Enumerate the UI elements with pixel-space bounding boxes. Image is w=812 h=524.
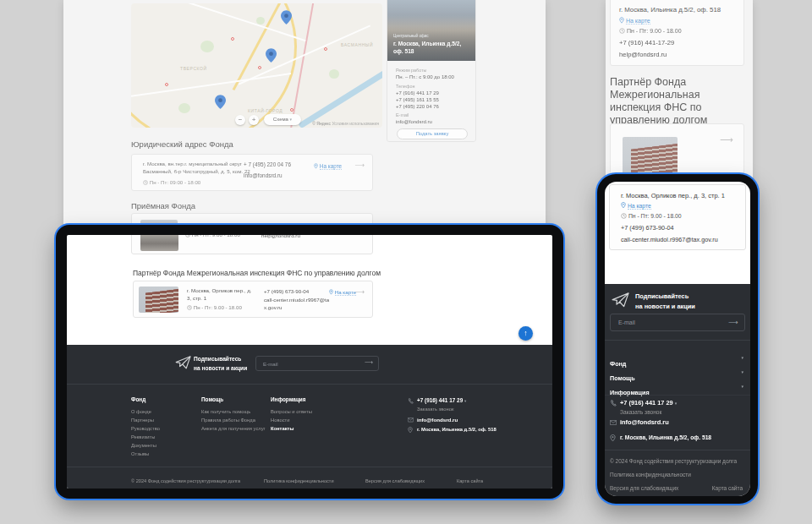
callback-link[interactable]: Заказать звонок: [417, 407, 453, 412]
card-arrow-link[interactable]: ⟶: [355, 161, 365, 169]
footer-link[interactable]: Партнеры: [131, 418, 154, 423]
reception-map-link-row[interactable]: На карте: [619, 17, 650, 24]
footer-divider: [67, 467, 552, 467]
footer-link-active[interactable]: Контакты: [271, 426, 294, 431]
subscribe-submit-arrow[interactable]: ⟶: [365, 359, 373, 366]
map-park: [178, 103, 190, 113]
phone-icon: [408, 398, 414, 404]
map-river: [298, 70, 382, 128]
accordion-item-fund[interactable]: Фонд ▾: [610, 354, 743, 369]
footer-link[interactable]: Новости: [271, 418, 289, 423]
footer-email[interactable]: info@fondsrd.ru: [417, 417, 458, 423]
partner-office-card: г. Москва, Орликов пер., д. 3, стр. 1 На…: [609, 184, 746, 250]
map-zoom-out-button[interactable]: −: [235, 115, 245, 125]
partner-map-link[interactable]: На карте: [628, 203, 651, 210]
legal-address-text: г. Москва, вн.тер.г. муниципальный округ…: [143, 161, 251, 176]
footer-phone[interactable]: +7 (916) 441 17 29 ▾: [620, 399, 677, 407]
footer-email[interactable]: info@fondsrd.ru: [620, 418, 669, 426]
reception-email[interactable]: help@fondsrd.ru: [261, 235, 300, 238]
footer-divider: [67, 384, 552, 385]
legal-map-link[interactable]: На карте: [320, 163, 342, 170]
footer-link[interactable]: О фонде: [131, 409, 151, 414]
pin-icon: [610, 434, 616, 442]
chevron-down-icon: ▾: [741, 369, 743, 374]
legal-email[interactable]: info@fondsrd.ru: [244, 172, 283, 178]
pin-icon: [329, 289, 333, 295]
partner-email[interactable]: call-center.miudol.r9967@tax.gov.ru: [264, 297, 330, 311]
footer-link[interactable]: Правила работы Фонда: [201, 418, 255, 423]
reception-hours-row: Пн - Пт: 9.00 - 18.00: [619, 28, 682, 34]
map-terms-link[interactable]: Условия использования: [332, 121, 380, 126]
footer-phone[interactable]: +7 (916) 441 17 29 ▾: [417, 397, 466, 403]
accessibility-version-link[interactable]: Версия для слабовидящих: [610, 485, 678, 491]
reception-hours: Пн - Пт: 9.00 - 18.00: [192, 235, 240, 237]
office-phone-2[interactable]: +7 (495) 161 15 55: [396, 97, 439, 102]
footer-link[interactable]: Реквизиты: [131, 434, 155, 439]
accordion-item-info[interactable]: Информация ▾: [610, 383, 743, 398]
partner-phone[interactable]: +7 (499) 673-90-04: [621, 224, 674, 232]
envelope-icon: [408, 418, 414, 423]
footer-link[interactable]: Руководство: [131, 426, 160, 431]
subscribe-email-input[interactable]: [610, 314, 745, 331]
subscribe-email-input[interactable]: [255, 356, 379, 371]
reception-map-link[interactable]: На карте: [626, 18, 650, 25]
map-pin-icon[interactable]: [266, 48, 277, 63]
legal-hours: Пн - Пт: 09:00 - 18:00: [150, 179, 201, 185]
map-zoom-in-button[interactable]: +: [249, 115, 259, 125]
map-layer-button[interactable]: Схема ▾: [264, 114, 301, 125]
privacy-policy-link[interactable]: Политика конфиденциальности: [264, 478, 334, 483]
map-copyright[interactable]: © Яндекс: [312, 121, 331, 126]
partner-map-link[interactable]: На карте: [335, 289, 356, 296]
footer-address: г. Москва, Ильинка д.5/2, оф. 518: [417, 427, 497, 432]
office-phone-1[interactable]: +7 (916) 441 17 29: [396, 90, 439, 96]
map-attribution: © Яндекс Условия использования: [312, 121, 379, 126]
card-arrow-link[interactable]: ⟶: [720, 134, 733, 145]
map-metro-station: [290, 108, 294, 112]
clock-icon: [621, 213, 627, 219]
paper-plane-icon: [175, 356, 192, 369]
accordion-item-help[interactable]: Помощь ▾: [610, 368, 743, 384]
sitemap-link[interactable]: Карта сайта: [712, 485, 743, 491]
card-arrow-link[interactable]: ⟶: [355, 288, 365, 296]
scroll-to-top-button[interactable]: ↑: [518, 326, 533, 341]
reception-address: г. Москва, Ильинка д.5/2, оф. 518: [619, 6, 721, 14]
envelope-icon: [610, 420, 617, 425]
partner-hours: Пн - Пт: 9.00 - 18.00: [194, 304, 242, 310]
legal-hours-row: Пн - Пт: 09:00 - 18:00: [143, 179, 200, 185]
map-park: [200, 41, 214, 52]
footer-link[interactable]: Отзывы: [131, 451, 149, 456]
desktop-page-preview: ТВЕРСКОЙ БАСМАННЫЙ КИТАЙ-ГОРОД − + Схема…: [63, 0, 546, 238]
office-hours: Пн. – Пт.: с 9:00 до 18:00: [396, 74, 454, 79]
footer-link[interactable]: Вопросы и ответы: [271, 409, 312, 414]
reception-phone[interactable]: +7 (916) 441-17-29: [619, 39, 674, 46]
partner-map-link-row[interactable]: На карте: [329, 289, 356, 295]
map-pin-icon[interactable]: [281, 10, 292, 25]
partner-phone[interactable]: +7 (499) 673-90-04: [264, 288, 309, 294]
office-phone-3[interactable]: +7 (495) 220 04 76: [396, 104, 439, 109]
partner-hours: Пн - Пт: 9.00 - 18.00: [628, 213, 682, 219]
callback-link[interactable]: Заказать звонок: [620, 409, 661, 415]
map-pin-icon[interactable]: [215, 95, 226, 109]
privacy-policy-link[interactable]: Политика конфиденциальности: [610, 472, 691, 478]
map-layer-label: Схема: [273, 117, 288, 122]
legal-map-link-row[interactable]: На карте: [314, 163, 342, 169]
offices-map[interactable]: ТВЕРСКОЙ БАСМАННЫЙ КИТАЙ-ГОРОД − + Схема…: [131, 3, 382, 128]
legal-phone[interactable]: + 7 (495) 220 04 76: [244, 161, 291, 167]
map-park: [329, 69, 339, 79]
partner-building-photo: [139, 287, 178, 313]
footer-link[interactable]: Анкета для получения услуг: [201, 426, 266, 431]
subscribe-submit-arrow[interactable]: ⟶: [728, 319, 738, 326]
footer-link[interactable]: Документы: [131, 443, 156, 448]
footer-link[interactable]: Как получить помощь: [201, 409, 250, 414]
partner-address: г. Москва, Орликов пер., д. 3, стр. 1: [621, 192, 725, 199]
partner-map-link-row[interactable]: На карте: [621, 202, 651, 209]
reception-card-partial: Пн - Пт: 9.00 - 18.00 help@fondsrd.ru: [131, 235, 373, 254]
sitemap-link[interactable]: Карта сайта: [457, 478, 483, 483]
reception-email[interactable]: help@fondsrd.ru: [619, 51, 667, 58]
central-office-photo: Центральный офис г. Москва, Ильинка д.5/…: [387, 0, 475, 61]
partner-email[interactable]: call-center.miudol.r9967@tax.gov.ru: [621, 236, 718, 243]
accessibility-version-link[interactable]: Версия для слабовидящих: [365, 478, 425, 483]
office-email[interactable]: info@fondsrd.ru: [396, 119, 432, 124]
map-district-label: БАСМАННЫЙ: [341, 42, 373, 47]
submit-request-button[interactable]: Подать заявку: [397, 128, 468, 139]
